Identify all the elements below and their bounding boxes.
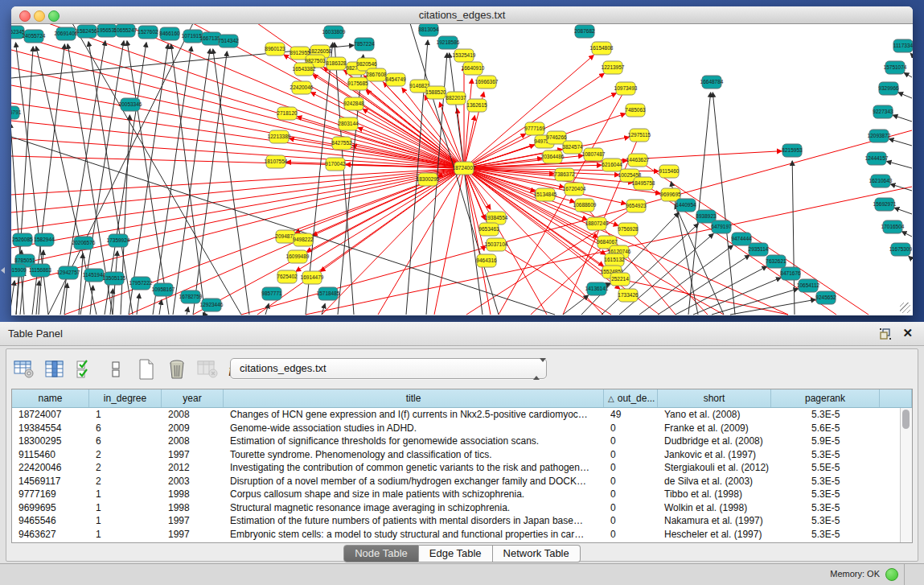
table-row[interactable]: 977716911998Corpus callosum shape and si… bbox=[12, 488, 912, 501]
graph-node[interactable]: 7485063 bbox=[625, 104, 646, 117]
graph-node[interactable]: 6216044 bbox=[602, 159, 622, 171]
graph-node[interactable]: 9756928 bbox=[618, 223, 639, 236]
graph-node[interactable]: 9329966 bbox=[878, 82, 899, 95]
graph-node[interactable]: 16640910 bbox=[462, 62, 485, 75]
graph-node[interactable]: 18724007 bbox=[453, 162, 476, 175]
graph-node[interactable]: 2087682 bbox=[574, 25, 595, 38]
graph-node[interactable]: 16782759 bbox=[179, 290, 203, 303]
graph-node[interactable]: 16966367 bbox=[475, 76, 499, 89]
graph-node[interactable]: 9653463 bbox=[478, 223, 499, 236]
graph-node[interactable]: 10654112 bbox=[797, 279, 820, 292]
graph-node[interactable]: 10958167 bbox=[152, 283, 175, 296]
graph-node[interactable]: 8960123 bbox=[265, 43, 285, 56]
new-table-icon[interactable] bbox=[135, 358, 158, 381]
table-row[interactable]: 1830029562008Estimation of significance … bbox=[12, 435, 912, 448]
graph-node[interactable]: 2526085 bbox=[12, 233, 33, 246]
table-scrollbar[interactable] bbox=[900, 408, 912, 542]
table-row[interactable]: 969969511998Structural magnetic resonanc… bbox=[12, 501, 912, 515]
table-row[interactable]: 1872400712008Changes of HCN gene express… bbox=[12, 408, 912, 422]
graph-node[interactable]: 22420046 bbox=[290, 81, 314, 94]
tab-edge-table[interactable]: Edge Table bbox=[419, 545, 493, 562]
memory-ok-indicator-icon[interactable] bbox=[885, 568, 898, 581]
row-height-icon[interactable] bbox=[105, 358, 127, 381]
column-header-short[interactable]: short bbox=[658, 389, 771, 407]
graph-node[interactable]: 1733426 bbox=[618, 289, 639, 302]
graph-node[interactable]: 10973493 bbox=[614, 82, 638, 95]
graph-node[interactable]: 16720404 bbox=[563, 183, 586, 196]
graph-node[interactable]: 1588520 bbox=[425, 86, 446, 99]
graph-node[interactable]: 12213957 bbox=[602, 61, 625, 74]
table-row[interactable]: 946554611997Estimation of the future num… bbox=[12, 514, 912, 528]
graph-node[interactable]: 11156863 bbox=[29, 264, 51, 277]
graph-node[interactable]: 9777169 bbox=[524, 122, 545, 135]
graph-node[interactable]: 18107554 bbox=[265, 155, 288, 168]
graph-node[interactable]: 10807487 bbox=[582, 148, 606, 161]
graph-node[interactable]: 16648784 bbox=[700, 76, 724, 89]
column-header-year[interactable]: year bbox=[162, 389, 224, 407]
graph-node[interactable]: 9654923 bbox=[626, 200, 647, 212]
column-header-in_degree[interactable]: in_degree bbox=[89, 389, 162, 407]
graph-node[interactable]: 12923446 bbox=[200, 299, 224, 311]
graph-node[interactable]: 15718485 bbox=[317, 287, 340, 300]
column-header-title[interactable]: title bbox=[224, 389, 604, 407]
graph-node[interactable]: 9170042 bbox=[325, 158, 346, 171]
graph-node[interactable]: 9245652 bbox=[815, 291, 836, 304]
graph-node[interactable]: 3915909 bbox=[11, 264, 27, 277]
graph-node[interactable]: 16033809 bbox=[322, 26, 346, 39]
graph-node[interactable]: 9464316 bbox=[476, 254, 497, 267]
graph-node[interactable]: 1440954 bbox=[676, 199, 696, 212]
table-settings-icon[interactable] bbox=[13, 358, 35, 381]
graph-node[interactable]: 24055724 bbox=[23, 30, 46, 43]
graph-node[interactable]: 7857224 bbox=[354, 38, 375, 51]
graph-node[interactable]: 16154808 bbox=[590, 42, 614, 55]
graph-node[interactable]: 18807249 bbox=[585, 217, 609, 230]
graph-node[interactable]: 9115460 bbox=[659, 165, 680, 178]
float-panel-icon[interactable] bbox=[879, 328, 892, 340]
graph-node[interactable]: 1362615 bbox=[466, 99, 487, 112]
graph-node[interactable]: 17016504 bbox=[881, 220, 905, 233]
graph-node[interactable]: 12213389 bbox=[268, 130, 291, 143]
graph-node[interactable]: 20691406 bbox=[55, 27, 78, 40]
graph-node[interactable]: 8454749 bbox=[385, 73, 406, 86]
delete-table-icon[interactable] bbox=[166, 358, 188, 381]
close-panel-icon[interactable]: ✕ bbox=[902, 326, 913, 340]
scrollbar-thumb[interactable] bbox=[902, 410, 910, 429]
graph-node[interactable]: 15325419 bbox=[453, 49, 476, 62]
column-header-name[interactable]: name bbox=[12, 389, 89, 407]
graph-node[interactable]: 9857771 bbox=[261, 287, 282, 300]
graph-node[interactable]: 16099489 bbox=[286, 250, 310, 263]
column-chooser-icon[interactable] bbox=[43, 358, 66, 381]
graph-node[interactable]: 18300295 bbox=[417, 173, 440, 186]
graph-node[interactable]: 18495758 bbox=[632, 177, 655, 190]
select-all-icon[interactable] bbox=[74, 358, 97, 381]
window-titlebar[interactable]: citations_edges.txt bbox=[11, 6, 913, 24]
graph-node[interactable]: 20053346 bbox=[119, 98, 142, 111]
graph-node[interactable]: 8471676 bbox=[780, 267, 801, 280]
graph-node[interactable]: 7514342 bbox=[218, 35, 239, 47]
graph-node[interactable]: 8215953 bbox=[782, 144, 803, 157]
graph-node[interactable]: 8822037 bbox=[446, 92, 466, 105]
graph-node[interactable]: 12942757 bbox=[57, 266, 80, 279]
graph-node[interactable]: 1527602 bbox=[138, 26, 158, 39]
graph-node[interactable]: 6479197 bbox=[711, 220, 732, 233]
graph-node[interactable]: 1582944 bbox=[34, 233, 55, 246]
graph-node[interactable]: 15751074 bbox=[884, 61, 907, 74]
graph-node[interactable]: 10688609 bbox=[573, 199, 597, 212]
table-row[interactable]: 946362711997Embryonic stem cells: a mode… bbox=[12, 528, 912, 542]
table-row[interactable]: 2242004622012Investigating the contribut… bbox=[12, 461, 912, 475]
graph-node[interactable]: 8466160 bbox=[159, 27, 180, 40]
graph-node[interactable]: 10655247 bbox=[114, 24, 138, 37]
graph-node[interactable]: 9498222 bbox=[293, 233, 314, 246]
graph-node[interactable]: 8427552 bbox=[331, 137, 352, 150]
graph-node[interactable]: 2935114 bbox=[749, 243, 769, 256]
graph-node[interactable]: 20515791 bbox=[11, 106, 22, 119]
graph-node[interactable]: 7632621 bbox=[766, 255, 786, 268]
graph-node[interactable]: 9474444 bbox=[731, 233, 752, 245]
graph-node[interactable]: 15692971 bbox=[873, 198, 897, 211]
graph-node[interactable]: 13505135 bbox=[103, 272, 126, 285]
graph-node[interactable]: 14136141 bbox=[585, 282, 609, 295]
graph-node[interactable]: 9242848 bbox=[343, 97, 364, 110]
graph-node[interactable]: 12975115 bbox=[628, 129, 651, 142]
graph-node[interactable]: 2867608 bbox=[366, 68, 387, 81]
graph-node[interactable]: 7386372 bbox=[554, 168, 575, 181]
